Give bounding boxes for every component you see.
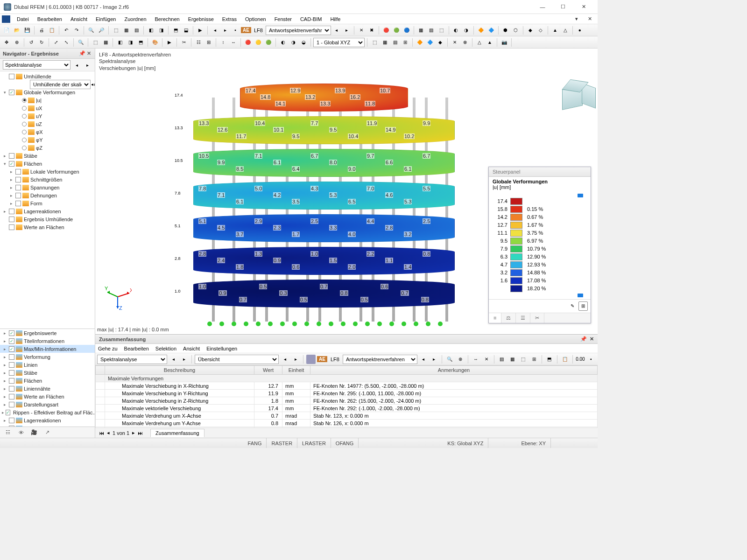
toolbar-icon[interactable]: ▦: [101, 38, 110, 47]
tree-item[interactable]: Werte an Flächen: [0, 223, 95, 231]
toolbar-icon[interactable]: ▤: [427, 26, 436, 35]
tree-item[interactable]: ▸✓Titelinformationen: [0, 337, 95, 345]
toolbar-icon[interactable]: ▶: [196, 26, 205, 35]
toolbar-icon[interactable]: ↷: [72, 26, 81, 35]
toolbar-icon[interactable]: ◑: [289, 38, 298, 47]
toolbar-icon[interactable]: ◐: [278, 38, 288, 47]
toolbar-icon[interactable]: ↕: [218, 38, 228, 47]
toolbar-icon[interactable]: 📋: [560, 355, 570, 364]
menu-close-icon[interactable]: ✕: [584, 15, 596, 23]
toolbar-icon[interactable]: ▦: [416, 26, 426, 35]
table-row[interactable]: Maximale Verschiebung in X-Richtung12.7m…: [96, 382, 598, 390]
toolbar-icon[interactable]: ◧: [146, 26, 155, 35]
coordinate-system-select[interactable]: 1 - Global XYZ: [313, 38, 365, 47]
toolbar-icon[interactable]: ⬒: [171, 26, 180, 35]
toolbar-icon[interactable]: ⊕: [456, 355, 465, 364]
toolbar-icon[interactable]: ▦: [121, 26, 131, 35]
tree-item[interactable]: ▸✓Max/Min-Informationen: [0, 345, 95, 353]
menu-fenster[interactable]: Fenster: [271, 15, 296, 23]
model-viewport[interactable]: LF8 - Antwortspektrenverfahren Spektrala…: [95, 49, 598, 334]
toolbar-icon[interactable]: ⬚: [437, 26, 446, 35]
toolbar-icon[interactable]: 📂: [12, 26, 21, 35]
menu-einfuegen[interactable]: Einfügen: [92, 15, 120, 23]
summary-analysis-select[interactable]: Spektralanalyse: [97, 355, 167, 364]
toolbar-icon[interactable]: 🟢: [392, 26, 401, 35]
snap-ofang[interactable]: OFANG: [331, 438, 359, 448]
tree-item[interactable]: uY: [0, 112, 95, 120]
tree-item[interactable]: ▾✓Flächen: [0, 160, 95, 168]
panel-tab-legend-icon[interactable]: ≡: [489, 313, 501, 323]
toolbar-icon[interactable]: ⊞: [401, 38, 410, 47]
snap-raster[interactable]: RASTER: [267, 438, 297, 448]
menu-datei[interactable]: Datei: [13, 15, 33, 23]
legend-edit-icon[interactable]: ✎: [568, 301, 577, 311]
summary-tab[interactable]: Zusammenfassung: [150, 429, 204, 437]
tree-item[interactable]: ▸Linien: [0, 361, 95, 369]
panel-close-icon[interactable]: ✕: [85, 50, 92, 56]
tree-item[interactable]: uZ: [0, 120, 95, 128]
nav-tab-camera-icon[interactable]: 🎥: [29, 428, 39, 437]
toolbar-icon[interactable]: ⬢: [501, 26, 510, 35]
toolbar-icon[interactable]: ▪: [586, 355, 596, 364]
toolbar-icon[interactable]: ▶: [165, 38, 174, 47]
toolbar-icon[interactable]: ▸: [342, 26, 352, 35]
sum-next-icon[interactable]: ▸: [179, 355, 189, 364]
toolbar-icon[interactable]: ⬚: [370, 38, 379, 47]
pin-icon[interactable]: 📌: [79, 50, 85, 56]
toolbar-icon[interactable]: 🔍: [86, 26, 96, 35]
menu-berechnen[interactable]: Berechnen: [151, 15, 183, 23]
toolbar-icon[interactable]: ⊞: [204, 38, 213, 47]
toolbar-icon[interactable]: ◐: [451, 26, 461, 35]
toolbar-icon[interactable]: ⬚: [519, 355, 528, 364]
toolbar-icon[interactable]: ↔: [229, 38, 238, 47]
nav-prev-icon[interactable]: ◂: [72, 60, 81, 70]
toolbar-icon[interactable]: ⊕: [12, 38, 21, 47]
toolbar-icon[interactable]: ◂: [332, 26, 341, 35]
tree-item[interactable]: ▸Stäbe: [0, 152, 95, 160]
toolbar-icon[interactable]: ⬚: [91, 38, 100, 47]
menu-dropdown-icon[interactable]: ▾: [571, 15, 583, 23]
toolbar-icon[interactable]: 0.00: [576, 355, 585, 364]
page-first-icon[interactable]: ⏮: [99, 430, 104, 436]
toolbar-icon[interactable]: ▦: [508, 355, 517, 364]
table-row[interactable]: Maximale vektorielle Verschiebung17.4mmF…: [96, 405, 598, 412]
tree-item[interactable]: ▸Verformung: [0, 353, 95, 361]
toolbar-icon[interactable]: ◑: [462, 26, 471, 35]
toolbar-icon[interactable]: 🔎: [97, 26, 106, 35]
toolbar-icon[interactable]: ⤢: [51, 38, 61, 47]
toolbar-icon[interactable]: ⬚: [111, 26, 120, 35]
snap-lraster[interactable]: LRASTER: [297, 438, 331, 448]
toolbar-icon[interactable]: ◒: [299, 38, 308, 47]
nav-next-icon[interactable]: ▸: [83, 60, 92, 70]
nav-tab-results-icon[interactable]: ↗: [42, 428, 52, 437]
toolbar-icon[interactable]: 🔷: [425, 38, 435, 47]
axis-widget[interactable]: X Y Z: [104, 283, 132, 311]
toolbar-icon[interactable]: ▤: [390, 38, 400, 47]
sum-prev-icon[interactable]: ◂: [169, 355, 178, 364]
tree-item[interactable]: ▾✓Globale Verformungen: [0, 88, 95, 96]
tree-item[interactable]: ▸Flächen: [0, 377, 95, 385]
nav-tab-data-icon[interactable]: ☷: [3, 428, 13, 437]
toolbar-icon[interactable]: 🔍: [76, 38, 85, 47]
nav-tab-eye-icon[interactable]: 👁: [16, 428, 26, 437]
toolbar-icon[interactable]: ◆: [436, 38, 445, 47]
table-row[interactable]: Maximale Verdrehung um X-Achse0.7mradSta…: [96, 412, 598, 420]
toolbar-icon[interactable]: ▪: [231, 26, 240, 35]
table-row[interactable]: Maximale Verdrehung um Y-Achse0.8mradSta…: [96, 420, 598, 427]
toolbar-icon[interactable]: ⬡: [511, 26, 521, 35]
toolbar-icon[interactable]: ⤡: [62, 38, 71, 47]
table-row[interactable]: Maximale Verschiebung in Z-Richtung1.8mm…: [96, 397, 598, 405]
menu-ansicht[interactable]: Ansicht: [67, 15, 91, 23]
toolbar-icon[interactable]: ↺: [27, 38, 36, 47]
toolbar-icon[interactable]: ✕: [482, 355, 491, 364]
analysis-select[interactable]: Spektralanalyse: [3, 60, 70, 70]
toolbar-icon[interactable]: ↻: [37, 38, 46, 47]
menu-ergebnisse[interactable]: Ergebnisse: [184, 15, 218, 23]
toolbar-icon[interactable]: ▲: [485, 38, 494, 47]
summary-pin-icon[interactable]: 📌: [580, 336, 587, 342]
toolbar-icon[interactable]: 🟢: [264, 38, 273, 47]
legend-toggle-icon[interactable]: ⊞: [578, 301, 588, 311]
tree-item[interactable]: ▸Lokale Verformungen: [0, 168, 95, 175]
toolbar-icon[interactable]: 🔴: [243, 38, 253, 47]
summary-view-select[interactable]: Übersicht: [195, 355, 279, 364]
